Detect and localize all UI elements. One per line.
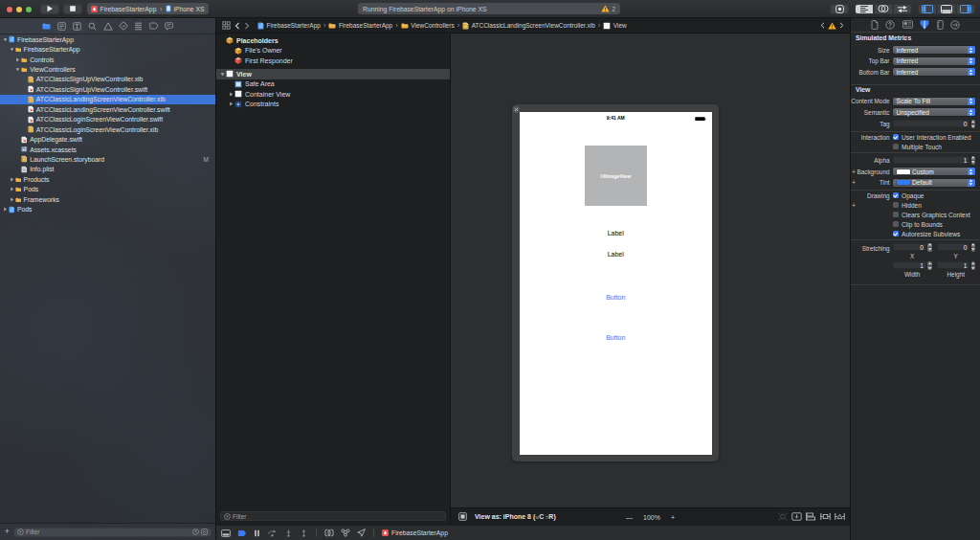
disclosure-closed-icon[interactable] bbox=[3, 207, 8, 212]
navigator-tab-debug[interactable] bbox=[134, 22, 143, 31]
navigator-tab-breakpoint[interactable] bbox=[149, 22, 158, 31]
file-row-atcclassicloginscreenviewcontroller-xib[interactable]: ATCClassicLoginScreenViewController.xib bbox=[0, 124, 215, 134]
field-height[interactable]: 1 bbox=[937, 261, 970, 269]
scheme-selector[interactable]: FirebaseStarterApp › iPhone XS bbox=[87, 3, 209, 14]
outline-row-view[interactable]: View bbox=[216, 69, 450, 79]
disclosure-open-icon[interactable] bbox=[10, 47, 14, 52]
outline-row-first-responder[interactable]: First Responder bbox=[216, 56, 450, 66]
disclosure-closed-icon[interactable] bbox=[229, 92, 234, 97]
popup-background[interactable]: Custom bbox=[893, 168, 975, 175]
field-tag[interactable]: 0 bbox=[893, 120, 969, 127]
add-file-icon[interactable]: + bbox=[4, 528, 11, 536]
breadcrumb-item-viewcontrollers[interactable]: ViewControllers bbox=[401, 22, 455, 29]
version-editor-button[interactable] bbox=[893, 4, 912, 15]
checkbox-autoresize-subviews[interactable]: Autoresize Subviews bbox=[893, 231, 960, 237]
breadcrumb-item-firebasestarterapp[interactable]: FirebaseStarterApp bbox=[257, 22, 321, 30]
device-screen[interactable]: 9:41 AM UIImageView Label Label Button B… bbox=[520, 112, 712, 455]
warning-count[interactable]: 2 bbox=[612, 6, 615, 12]
file-row-frameworks[interactable]: Frameworks bbox=[0, 194, 215, 204]
navigator-tab-find[interactable] bbox=[88, 22, 97, 31]
memory-graph-icon[interactable] bbox=[341, 529, 350, 537]
field-y[interactable]: 0 bbox=[937, 243, 970, 251]
button-1[interactable]: Button bbox=[520, 294, 712, 301]
label-1[interactable]: Label bbox=[520, 230, 712, 236]
step-into-icon[interactable] bbox=[284, 529, 293, 537]
popup-content-mode[interactable]: Scale To Fill bbox=[893, 98, 975, 105]
field-width[interactable]: 1 bbox=[893, 261, 926, 269]
disclosure-closed-icon[interactable] bbox=[229, 101, 234, 106]
add-constraints-icon[interactable] bbox=[820, 512, 831, 521]
breadcrumb-item-atcclassiclandingscreenviewcontroller-xib[interactable]: ATCClassicLandingScreenViewController.xi… bbox=[462, 22, 595, 30]
view-hierarchy-icon[interactable] bbox=[324, 529, 334, 537]
file-row-pods[interactable]: Pods bbox=[0, 185, 215, 194]
navigator-tab-source-control[interactable] bbox=[57, 22, 66, 31]
issue-warning-icon[interactable] bbox=[828, 22, 836, 30]
assistant-editor-button[interactable] bbox=[874, 4, 893, 15]
file-row-appdelegate-swift[interactable]: AppDelegate.swift bbox=[0, 134, 215, 144]
disclosure-open-icon[interactable] bbox=[220, 72, 225, 77]
running-process[interactable]: FirebaseStarterApp bbox=[382, 529, 448, 536]
file-row-info-plist[interactable]: Info.plist bbox=[0, 165, 215, 174]
stepper[interactable] bbox=[971, 156, 976, 165]
navigator-tab-test[interactable] bbox=[119, 22, 127, 31]
file-row-atcclassicsignupviewcontroller-swift[interactable]: ATCClassicSignUpViewController.swift bbox=[0, 84, 215, 94]
stepper[interactable] bbox=[971, 120, 976, 128]
forward-chevron-icon[interactable] bbox=[244, 22, 250, 30]
popup-bottom-bar[interactable]: Inferred bbox=[893, 68, 975, 76]
uiimageview-placeholder[interactable]: UIImageView bbox=[585, 146, 647, 206]
view-controller-scene[interactable]: 9:41 AM UIImageView Label Label Button B… bbox=[512, 104, 719, 461]
popup-tint[interactable]: Default bbox=[893, 179, 975, 187]
add-attribute-icon[interactable]: + bbox=[852, 202, 856, 209]
file-row-products[interactable]: Products bbox=[0, 174, 215, 184]
label-2[interactable]: Label bbox=[520, 251, 712, 258]
breakpoints-icon[interactable] bbox=[237, 529, 247, 537]
stepper[interactable] bbox=[971, 261, 976, 270]
inspector-tab-file[interactable] bbox=[871, 20, 879, 30]
field-alpha[interactable]: 1 bbox=[893, 156, 969, 164]
breadcrumb-item-firebasestarterapp[interactable]: FirebaseStarterApp bbox=[328, 22, 392, 29]
stepper[interactable] bbox=[927, 243, 932, 252]
disclosure-closed-icon[interactable] bbox=[10, 197, 14, 202]
standard-editor-button[interactable] bbox=[855, 4, 874, 15]
toggle-debug-area-icon[interactable] bbox=[221, 529, 231, 537]
library-button[interactable] bbox=[830, 4, 849, 15]
update-frames-icon[interactable] bbox=[778, 512, 788, 521]
navigator-tab-symbol[interactable] bbox=[73, 22, 81, 31]
disclosure-closed-icon[interactable] bbox=[10, 187, 14, 191]
toggle-debug-area-button[interactable] bbox=[937, 4, 956, 15]
pause-icon[interactable] bbox=[254, 529, 260, 537]
navigator-tab-report[interactable] bbox=[165, 22, 173, 31]
close-scene-icon[interactable] bbox=[513, 106, 520, 113]
file-row-atcclassicloginscreenviewcontroller-swift[interactable]: ATCClassicLoginScreenViewController.swif… bbox=[0, 115, 215, 124]
align-icon[interactable] bbox=[806, 512, 816, 521]
outline-row-file-s-owner[interactable]: File's Owner bbox=[216, 46, 450, 56]
stepper[interactable] bbox=[927, 261, 932, 270]
zoom-level[interactable]: 100% bbox=[643, 513, 660, 520]
navigator-tab-issue[interactable] bbox=[103, 22, 112, 31]
stop-button[interactable] bbox=[63, 4, 82, 15]
outline-row-constraints[interactable]: Constraints bbox=[216, 100, 450, 110]
checkbox-hidden[interactable]: Hidden bbox=[893, 202, 922, 209]
outline-row-container-view[interactable]: Container View bbox=[216, 89, 450, 100]
disclosure-open-icon[interactable] bbox=[3, 37, 8, 42]
zoom-in-button[interactable]: + bbox=[671, 513, 675, 520]
file-row-launchscreen-storyboard[interactable]: LaunchScreen.storyboardM bbox=[0, 154, 215, 164]
popup-semantic[interactable]: Unspecified bbox=[893, 108, 975, 116]
toggle-navigator-button[interactable] bbox=[918, 4, 937, 15]
disclosure-closed-icon[interactable] bbox=[10, 177, 14, 182]
field-x[interactable]: 0 bbox=[893, 243, 926, 251]
checkbox-clip-to-bounds[interactable]: Clip to Bounds bbox=[893, 221, 943, 228]
file-row-firebasestarterapp[interactable]: FirebaseStarterApp bbox=[0, 34, 215, 44]
file-row-viewcontrollers[interactable]: ViewControllers bbox=[0, 64, 215, 74]
checkbox-opaque[interactable]: Opaque bbox=[893, 192, 924, 199]
step-out-icon[interactable] bbox=[300, 529, 308, 537]
button-2[interactable]: Button bbox=[520, 334, 712, 341]
toggle-inspectors-button[interactable] bbox=[956, 4, 975, 15]
navigator-tab-project[interactable] bbox=[42, 22, 51, 31]
add-attribute-icon[interactable]: + bbox=[852, 169, 856, 175]
stepper[interactable] bbox=[971, 243, 976, 252]
step-over-icon[interactable] bbox=[267, 529, 278, 537]
disclosure-closed-icon[interactable] bbox=[15, 57, 20, 62]
inspector-tab-connections[interactable] bbox=[950, 20, 960, 30]
outline-filter-input[interactable]: Filter bbox=[220, 511, 446, 521]
